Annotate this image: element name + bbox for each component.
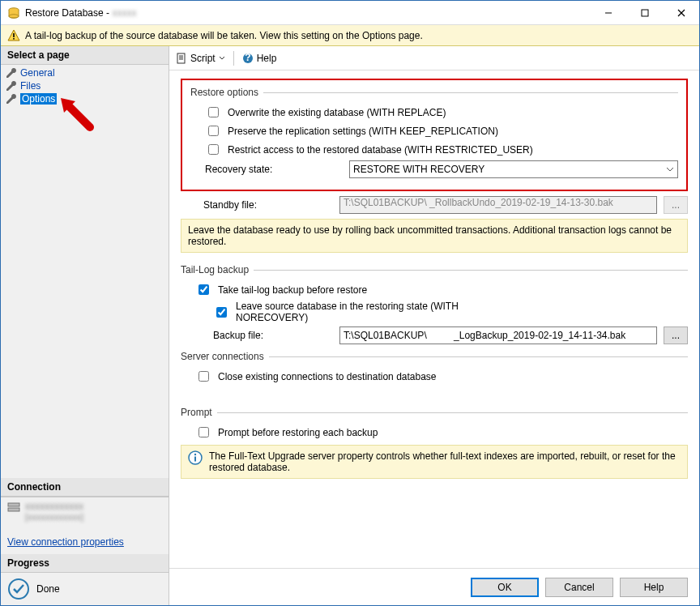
app-icon [7,6,20,19]
take-taillog-checkbox[interactable] [198,284,209,295]
standby-browse-button[interactable]: ... [664,196,688,214]
overwrite-checkbox[interactable] [208,107,219,117]
server-icon [7,501,20,516]
maximize-button[interactable] [626,1,663,24]
svg-text:?: ? [245,53,250,63]
fulltext-info: The Full-Text Upgrade server property co… [181,445,688,479]
wrench-icon [6,67,17,79]
standby-file-label: Standby file: [203,199,333,211]
chevron-down-icon [219,55,225,62]
connection-info: xxxxxxxxxxxx [xxxxxxxxxxxx] [1,497,169,530]
svg-rect-3 [642,10,648,16]
taillog-legend: Tail-Log backup [181,264,249,275]
backup-file-label: Backup file: [213,330,333,341]
prompt-legend: Prompt [181,407,212,418]
cancel-button[interactable]: Cancel [545,578,613,597]
script-button[interactable]: Script [176,53,225,64]
backup-browse-button[interactable]: ... [664,326,688,344]
recovery-state-label: Recovery state: [205,164,343,175]
ok-button[interactable]: OK [471,578,539,597]
recovery-state-select[interactable]: RESTORE WITH RECOVERY [349,160,678,178]
help-button[interactable]: ? Help [242,53,277,64]
progress-header: Progress [1,554,169,573]
script-icon [176,53,187,64]
close-button[interactable] [663,1,699,24]
preserve-replication-checkbox[interactable] [208,126,219,136]
sidebar-header: Select a page [1,46,169,65]
close-connections-checkbox[interactable] [198,371,209,382]
notice-bar: A tail-log backup of the source database… [1,25,699,46]
wrench-icon [6,80,17,92]
warning-icon [7,29,20,42]
toolbar: Script ? Help [169,46,699,70]
checkmark-icon [7,578,30,600]
window-buttons [590,1,699,24]
connection-header: Connection [1,478,169,497]
svg-rect-7 [13,38,15,40]
sidebar-item-options[interactable]: Options [4,92,165,105]
restore-database-window: Restore Database - xxxxx A tail-log back… [0,0,700,606]
help-icon: ? [242,53,254,64]
sidebar-item-general[interactable]: General [4,66,165,79]
wrench-icon [6,93,17,105]
window-title: Restore Database - xxxxx [25,7,590,19]
recovery-info: Leave the database ready to use by rolli… [181,219,688,253]
svg-rect-11 [177,53,185,63]
main-panel: Script ? Help Restore options Overwrite … [169,46,699,605]
svg-point-18 [194,454,196,455]
minimize-button[interactable] [590,1,626,24]
dialog-footer: OK Cancel Help [169,568,699,605]
restore-options-highlight: Restore options Overwrite the existing d… [181,79,688,191]
help-button-footer[interactable]: Help [620,578,688,597]
chevron-down-icon [666,165,674,173]
server-connections-legend: Server connections [181,351,264,362]
svg-rect-19 [194,457,196,462]
notice-text: A tail-log backup of the source database… [25,30,423,41]
svg-rect-9 [8,508,19,511]
restore-options-legend: Restore options [190,87,258,98]
titlebar: Restore Database - xxxxx [1,1,699,25]
sidebar-item-files[interactable]: Files [4,79,165,92]
progress-status: Done [1,573,169,605]
sidebar: Select a page General Files Options Conn… [1,46,169,605]
prompt-each-checkbox[interactable] [198,427,209,437]
backup-file-input[interactable] [339,326,657,344]
leave-restoring-checkbox[interactable] [216,307,227,318]
info-icon [188,450,203,465]
view-connection-link[interactable]: View connection properties [1,530,169,554]
restrict-access-checkbox[interactable] [208,144,219,155]
svg-rect-6 [13,33,15,37]
standby-file-input: T:\SQL01BACKUP\ _RollbackUndo_2019-02-19… [339,196,657,214]
svg-rect-8 [8,503,19,506]
